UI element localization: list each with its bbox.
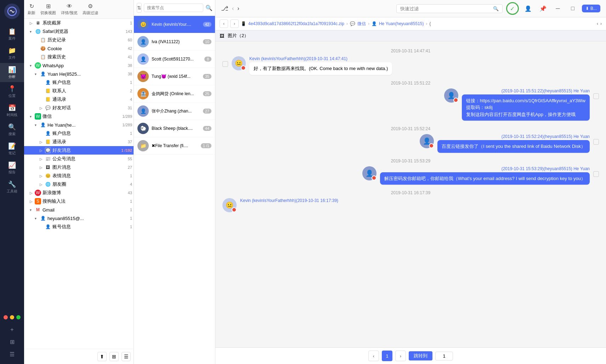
detail-preview-button[interactable]: 👁 详情/预览 xyxy=(61,3,78,16)
msg-checkbox-3[interactable] xyxy=(593,139,599,145)
contact-item-tung[interactable]: 😈 Tung😈 (wxid 154f... 35 xyxy=(134,68,215,85)
tree-item-account-3[interactable]: 👤 账号信息 1 xyxy=(24,223,134,231)
nav-forward-icon[interactable]: › xyxy=(237,5,239,12)
sidebar-item-search[interactable]: 🔍 搜索 xyxy=(0,120,24,139)
msg-checkbox-4[interactable] xyxy=(593,171,599,177)
timestamp-2: 2019-10-31 15:51:22 xyxy=(222,81,599,86)
quick-filter-input[interactable] xyxy=(400,6,493,11)
path-icon: 📱 xyxy=(241,21,246,26)
user-icon[interactable]: 👤 xyxy=(522,3,534,14)
tree-item-emoji-messages[interactable]: ▷ 😊 表情消息 1 xyxy=(24,172,134,180)
tree-item-image-messages[interactable]: ▷ 🖼 图片消息 27 xyxy=(24,163,134,172)
analysis-icon: 📊 xyxy=(8,66,16,74)
tree-item-heyuan-gmail[interactable]: ▾ 👤 heyuan85515@... 1 xyxy=(24,214,134,223)
tree-item-public-messages[interactable]: ▷ 📰 公众号消息 55 xyxy=(24,155,134,163)
tree-item-history[interactable]: 📋 历史记录 60 xyxy=(24,36,134,44)
app-logo[interactable] xyxy=(4,4,20,19)
expand-button[interactable]: ⬆ xyxy=(97,352,107,361)
breadcrumb-back[interactable]: ‹ xyxy=(220,19,228,28)
minimize-dot[interactable] xyxy=(10,315,14,319)
msg-checkbox-2[interactable] xyxy=(593,93,599,99)
tree-item-addressbook-2[interactable]: ▷ 📒 通讯录 37 xyxy=(24,138,134,146)
filter-label: 图片（2） xyxy=(228,33,249,39)
sidebar-item-analysis[interactable]: 📊 分析 xyxy=(0,63,24,82)
msg-content-4: (2019-10-31 15:53:29)(heyuan85515) He Yu… xyxy=(380,166,590,185)
sidebar-item-files[interactable]: 📁 文件 xyxy=(0,44,24,63)
maximize-button[interactable]: □ xyxy=(567,3,578,14)
contact-item-filetransfer[interactable]: 📁 ✖File Transfer (fi.... 1 /1 xyxy=(134,137,215,155)
msg-bubble-3: 百度云链接发你了（I sent you the shared link of B… xyxy=(437,140,590,153)
sidebar-item-tools[interactable]: 🔧 工具箱 xyxy=(0,178,24,197)
tree-item-cookie[interactable]: 🍪 Cookie 42 xyxy=(24,44,134,53)
tree-item-whatsapp[interactable]: ▾ W WhatsApp 38 xyxy=(24,61,134,70)
breadcrumb-wechat[interactable]: 微信 xyxy=(357,21,366,27)
search-contact-icon[interactable]: 🔍 xyxy=(205,5,213,11)
avatar-badge-4 xyxy=(372,175,376,180)
notes-icon: 📝 xyxy=(8,142,16,150)
advanced-filter-button[interactable]: ⚙ 高级过滤 xyxy=(83,3,98,16)
cases-icon: 📋 xyxy=(8,28,16,35)
nav-back-icon[interactable]: ‹ xyxy=(232,5,234,12)
sidebar-item-location[interactable]: 📍 位置 xyxy=(0,82,24,101)
contact-item-jinhao[interactable]: 🏦 金鸽网贷 (Online len... 25 xyxy=(134,85,215,103)
tree-item-safari[interactable]: ▾ 🌐 Safari浏览器 143 xyxy=(24,27,134,36)
sidebar-item-grid[interactable]: ⊞ xyxy=(0,336,24,348)
switch-view-button[interactable]: ⊞ 切换视图 xyxy=(40,3,56,16)
tree-item-friend-chat[interactable]: ▷ 💬 好友对话 31 xyxy=(24,104,134,112)
main-area: ⎇ ‹ › 🔍 ✓ 👤 📌 ─ □ ⬇ B... xyxy=(215,0,606,364)
page-next-button[interactable]: › xyxy=(395,351,406,361)
sidebar-item-reports[interactable]: 📈 报告 xyxy=(0,158,24,178)
page-prev-button[interactable]: ‹ xyxy=(368,351,379,361)
pin-icon[interactable]: 📌 xyxy=(537,3,549,14)
contact-item-blacksheep[interactable]: 🐑 Black Sheep (black.... 44 xyxy=(134,120,215,137)
tree-item-friend-messages[interactable]: ▷ 💬 好友消息 1 /192 xyxy=(24,146,134,155)
contact-item-iva[interactable]: 👤 Iva (IVA11122) 10 xyxy=(134,33,215,51)
refresh-button[interactable]: ↻ 刷新 xyxy=(28,3,35,16)
contact-item-scott[interactable]: 👤 Scott (Scott5911270... 8 xyxy=(134,51,215,68)
grid-view-button[interactable]: ⊞ xyxy=(109,352,119,361)
tree-item-system-screenshot[interactable]: ▷ 🖥 系统截屏 1 xyxy=(24,19,134,27)
tree-item-wechat[interactable]: ▾ W 微信 1/289 xyxy=(24,112,134,121)
tree-item-addressbook-1[interactable]: 📒 通讯录 4 xyxy=(24,95,134,104)
breadcrumb-forward[interactable]: › xyxy=(230,19,239,28)
bc-next[interactable]: › xyxy=(600,21,602,26)
tree-item-moments[interactable]: ▷ 🌐 朋友圈 4 xyxy=(24,180,134,189)
msg-checkbox-1[interactable] xyxy=(222,61,228,67)
tree-item-yuan-he[interactable]: ▾ 👤 Yuan He(8525... 38 xyxy=(24,70,134,78)
sidebar-item-timeline[interactable]: 📅 时间线 xyxy=(0,101,24,120)
sidebar-item-add[interactable]: + xyxy=(0,324,24,336)
sidebar-item-notes[interactable]: 📝 笔记 xyxy=(0,139,24,158)
action-button[interactable]: ⬇ B... xyxy=(582,5,600,12)
tree-item-weibo[interactable]: ▷ W 新浪微博 43 xyxy=(24,189,134,197)
tree-item-search-history[interactable]: 📋 搜索历史 41 xyxy=(24,53,134,61)
tree-toolbar: ↻ 刷新 ⊞ 切换视图 👁 详情/预览 ⚙ 高级过滤 xyxy=(24,0,134,19)
breadcrumb-user[interactable]: He Yuan(heyuan85515) xyxy=(379,21,424,26)
sidebar-item-cases[interactable]: 📋 案件 xyxy=(0,25,24,44)
tree-item-he-yuan[interactable]: ▾ 👤 He Yuan(he... 1/289 xyxy=(24,121,134,129)
sidebar-bottom: + ⊞ ☰ xyxy=(0,315,24,364)
close-dot[interactable] xyxy=(4,315,8,319)
contact-avatar-kevin: 😐 xyxy=(137,19,149,30)
tree-item-contacts-1[interactable]: 📒 联系人 2 xyxy=(24,87,134,95)
jump-page-input[interactable] xyxy=(435,352,453,360)
jump-to-button[interactable]: 跳转到 xyxy=(409,351,432,360)
sidebar-item-list[interactable]: ☰ xyxy=(0,348,24,360)
msg-bubble-4: 解压密码发你邮箱吧，你邮箱给我（What's your email addres… xyxy=(380,172,590,185)
git-icon[interactable]: ⎇ xyxy=(221,5,228,12)
maximize-dot[interactable] xyxy=(16,315,21,319)
tree-item-account-1[interactable]: 👤 账户信息 1 xyxy=(24,78,134,87)
tree-item-account-2[interactable]: 👤 账户信息 1 xyxy=(24,129,134,138)
breadcrumb-zip[interactable]: 4e4393d9ca817d38662f12f0da1fa1a7f091934c… xyxy=(248,21,344,26)
tree-item-sogou[interactable]: ▷ S 搜狗输入法 1 xyxy=(24,197,134,206)
contact-list: 😐 Kevin (kevinIsYour.... 42 👤 Iva (IVA11… xyxy=(134,16,215,364)
page-1-button[interactable]: 1 xyxy=(382,351,392,361)
status-circle[interactable]: ✓ xyxy=(506,2,519,15)
tree-item-gmail[interactable]: ▾ M Gmail 1 xyxy=(24,206,134,214)
bc-prev[interactable]: ‹ xyxy=(597,21,598,26)
contact-item-kevin[interactable]: 😐 Kevin (kevinIsYour.... 42 xyxy=(134,16,215,33)
minimize-button[interactable]: ─ xyxy=(552,3,563,14)
contact-search-input[interactable] xyxy=(144,4,203,12)
sort-button[interactable]: ⇅ xyxy=(137,3,142,13)
list-view-button[interactable]: ☰ xyxy=(121,352,131,361)
contact-item-zhang[interactable]: 👤 张中介Zhang (zhan... 27 xyxy=(134,103,215,120)
